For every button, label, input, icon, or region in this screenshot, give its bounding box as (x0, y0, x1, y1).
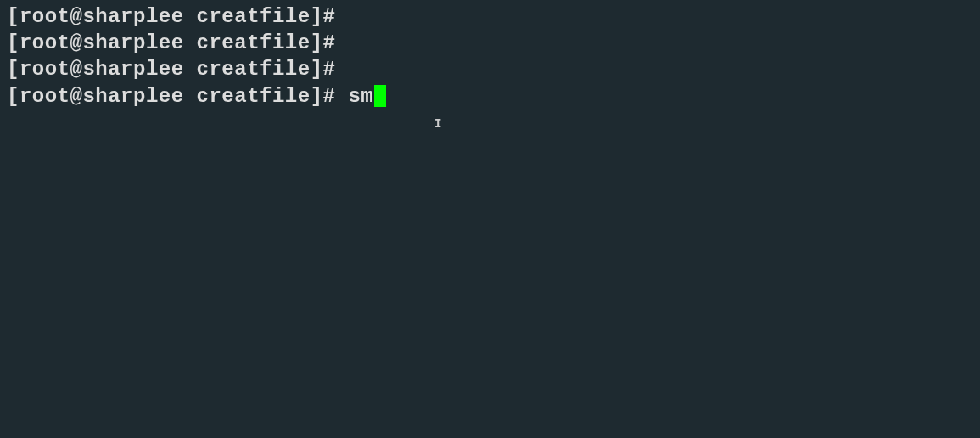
terminal-line: [root@sharplee creatfile]# (7, 30, 973, 56)
shell-prompt: [root@sharplee creatfile]# (7, 30, 348, 56)
terminal-area[interactable]: [root@sharplee creatfile]# [root@sharple… (7, 3, 973, 110)
terminal-line: [root@sharplee creatfile]# (7, 3, 973, 30)
text-cursor-icon: I (434, 117, 442, 131)
shell-prompt: [root@sharplee creatfile]# (7, 83, 348, 110)
terminal-line: [root@sharplee creatfile]# (7, 56, 973, 82)
cursor-block-icon (374, 85, 386, 107)
shell-prompt: [root@sharplee creatfile]# (7, 3, 348, 30)
terminal-line: [root@sharplee creatfile]# sm (7, 83, 973, 110)
command-text[interactable]: sm (348, 83, 373, 110)
shell-prompt: [root@sharplee creatfile]# (7, 56, 348, 82)
